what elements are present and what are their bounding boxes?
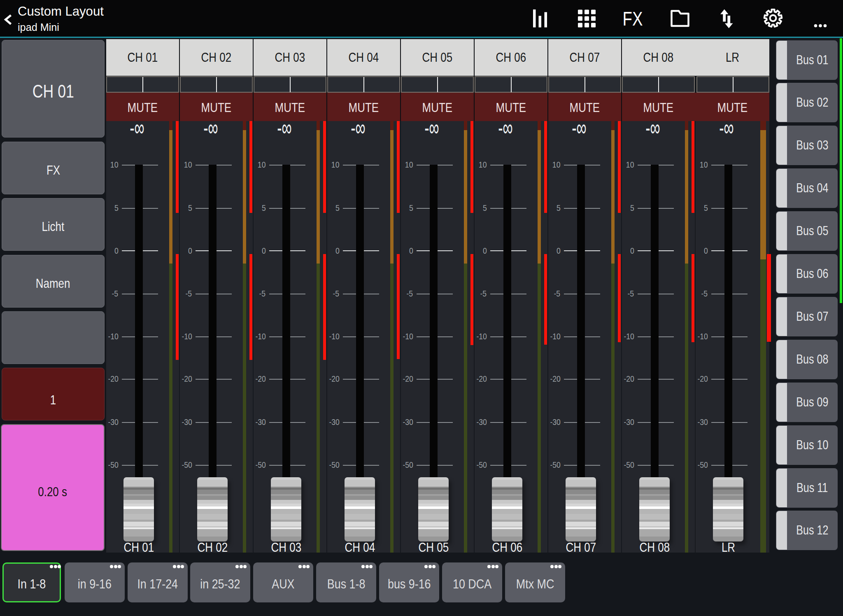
svg-text:FX: FX	[623, 7, 643, 30]
